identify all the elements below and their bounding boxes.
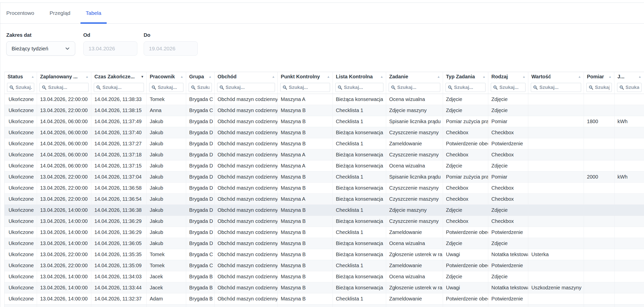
cell-unit [615,160,644,171]
table-row[interactable]: Ukończone13.04.2026, 22:00:0014.04.2026,… [5,105,644,116]
table-row[interactable]: Ukończone13.04.2026, 22:00:0014.04.2026,… [5,172,644,183]
column-header-task_type[interactable]: Typ Zadania▲ [443,72,489,81]
cell-finished: 14.04.2026, 11:36:05 [91,238,147,249]
column-header-checklist[interactable]: Lista Kontrolna▲ [333,72,386,81]
search-cell-checklist [333,81,386,94]
cell-planned: 14.04.2026, 06:00:00 [37,116,91,127]
table-row[interactable]: Ukończone13.04.2026, 14:00:0014.04.2026,… [5,271,644,282]
table-row[interactable]: Ukończone13.04.2026, 22:00:0014.04.2026,… [5,260,644,271]
table-row[interactable]: Ukończone13.04.2026, 14:00:0014.04.2026,… [5,216,644,227]
cell-kind: Checkbox [488,216,528,227]
search-input-checklist[interactable] [344,85,381,90]
date-from-value: 13.04.2026 [89,46,115,52]
cell-empty [91,304,147,307]
column-header-group[interactable]: Grupa▲ [186,72,215,81]
cell-value: Usterka [528,249,584,260]
cell-checklist: Bieżąca konserwacja [333,216,386,227]
table-row[interactable]: Ukończone13.04.2026, 14:00:0014.04.2026,… [5,238,644,249]
table-row[interactable]: Ukończone13.04.2026, 22:00:0014.04.2026,… [5,183,644,194]
column-header-measure[interactable]: Pomiar▲ [584,72,614,81]
cell-measure [584,249,614,260]
cell-point: Maszyna B [278,216,333,227]
search-input-point[interactable] [289,85,328,90]
cell-measure [584,293,614,304]
cell-empty [584,304,614,307]
cell-checklist: Bieżąca konserwacja [333,149,386,160]
table-row[interactable]: Ukończone14.04.2026, 06:00:0014.04.2026,… [5,138,644,149]
table-row[interactable]: Ukończone13.04.2026, 14:00:0014.04.2026,… [5,227,644,238]
cell-unit [615,194,644,204]
cell-unit [615,205,644,216]
table-row[interactable]: Ukończone13.04.2026, 14:00:0014.04.2026,… [5,293,644,304]
search-input-measure[interactable] [595,85,609,90]
column-header-planned[interactable]: Zaplanowany ...▲ [37,72,91,81]
cell-point: Maszyna A [278,194,333,204]
search-input-finished[interactable] [102,85,142,90]
search-input-unit[interactable] [626,85,639,90]
table-row[interactable]: Ukończone13.04.2026, 14:00:0014.04.2026,… [5,205,644,216]
date-to-input[interactable]: 19.04.2026 [144,41,198,56]
search-input-planned[interactable] [48,85,86,90]
column-header-status[interactable]: Status▲ [5,72,37,81]
cell-route: Obchód maszyn codzienny [215,194,278,204]
column-header-route[interactable]: Obchód▲ [215,72,278,81]
table-row[interactable]: Ukończone13.04.2026, 22:00:0014.04.2026,… [5,249,644,260]
search-cell-kind [488,81,528,94]
table-row[interactable]: Ukończone14.04.2026, 06:00:0014.04.2026,… [5,116,644,127]
cell-finished: 14.04.2026, 11:37:04 [91,172,147,182]
cell-task_type: Zdjęcie [443,105,489,116]
column-title: Pracownik [150,74,175,80]
table-row[interactable]: Ukończone13.04.2026, 22:00:0014.04.2026,… [5,194,644,205]
tab-procentowo[interactable]: Procentowo [1,3,39,23]
search-cell-task_type [443,81,489,94]
cell-task_type: Checkbox [443,149,489,160]
tab-tabela[interactable]: Tabela [80,3,107,23]
column-header-unit[interactable]: J...▲ [614,72,644,81]
cell-point: Maszyna B [278,127,333,138]
tab-przeglad[interactable]: Przegląd [44,3,76,23]
cell-route: Obchód maszyn codzienny [215,260,278,271]
cell-point: Maszyna A [278,160,333,171]
cell-finished: 14.04.2026, 11:32:37 [91,293,147,304]
search-input-group[interactable] [197,85,210,90]
cell-task: Zameldowanie [386,260,443,271]
search-input-kind[interactable] [499,85,523,90]
column-header-finished[interactable]: Czas Zakończe...▼ [91,72,147,81]
cell-group: Brygada B [186,271,215,282]
cell-route: Obchód maszyn codzienny [215,271,278,282]
date-from-input[interactable]: 13.04.2026 [83,41,137,56]
table-row[interactable]: Ukończone13.04.2026, 22:00:0014.04.2026,… [5,94,644,105]
cell-worker: Jakub [147,127,186,138]
table-row-partial[interactable] [5,304,644,307]
search-input-value[interactable] [539,85,579,90]
cell-empty [386,304,443,307]
search-icon [448,85,453,90]
column-header-value[interactable]: Wartość▲ [528,72,584,81]
column-header-task[interactable]: Zadanie▲ [386,72,443,81]
search-input-task[interactable] [397,85,438,90]
cell-point: Maszyna B [278,172,333,182]
cell-kind: Checkbox [488,183,528,193]
cell-value [528,183,584,193]
cell-finished: 14.04.2026, 11:35:35 [91,249,147,260]
sort-asc-icon: ▲ [380,75,383,79]
column-header-kind[interactable]: Rodzaj▲ [488,72,528,81]
search-input-status[interactable] [16,85,32,90]
sort-asc-icon: ▲ [180,75,183,79]
sort-asc-icon: ▲ [437,75,440,79]
search-input-task_type[interactable] [454,85,484,90]
cell-planned: 13.04.2026, 14:00:00 [37,205,91,216]
date-range-select[interactable]: Bieżący tydzień [6,41,75,56]
column-header-point[interactable]: Punkt Kontrolny▲ [278,72,333,81]
table-row[interactable]: Ukończone14.04.2026, 06:00:0014.04.2026,… [5,127,644,138]
table-row[interactable]: Ukończone13.04.2026, 14:00:0014.04.2026,… [5,282,644,293]
search-input-worker[interactable] [158,85,181,90]
sort-asc-icon: ▲ [482,75,486,79]
table-row[interactable]: Ukończone14.04.2026, 06:00:0014.04.2026,… [5,149,644,160]
cell-finished: 14.04.2026, 11:37:40 [91,127,147,138]
column-header-worker[interactable]: Pracownik▲ [147,72,186,81]
search-input-route[interactable] [226,85,273,90]
cell-finished: 14.04.2026, 11:36:58 [91,183,147,193]
table-row[interactable]: Ukończone14.04.2026, 06:00:0014.04.2026,… [5,160,644,172]
cell-route: Obchód maszyn codzienny [215,127,278,138]
